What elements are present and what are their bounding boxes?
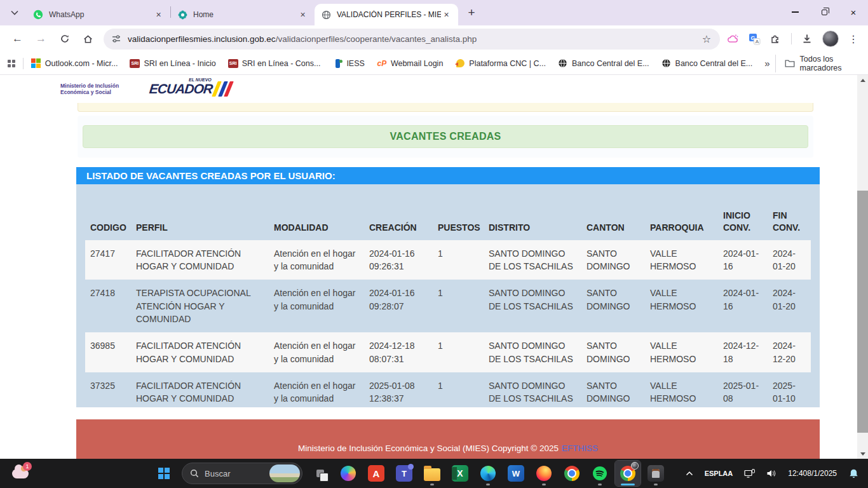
reload-button[interactable] — [55, 29, 74, 49]
scrollbar-down-arrow[interactable] — [857, 449, 868, 459]
cell-parroquia: VALLE HERMOSO — [645, 240, 718, 280]
tab-validacion-perfiles[interactable]: VALIDACIÓN PERFILES - MIES × — [315, 4, 458, 25]
microsoft-icon — [31, 58, 41, 69]
bookmark-sri-consultas[interactable]: SRI SRI en Línea - Cons... — [228, 58, 321, 69]
tab-whatsapp[interactable]: WhatsApp × — [27, 4, 170, 25]
bookmark-banco-central-1[interactable]: Banco Central del E... — [558, 58, 649, 69]
restore-button[interactable] — [810, 0, 839, 24]
extension-cloud-icon[interactable] — [726, 33, 739, 44]
taskbar-search[interactable]: Buscar — [182, 463, 302, 484]
chrome-button[interactable] — [559, 461, 585, 486]
copilot-button[interactable] — [336, 461, 361, 486]
spotify-button[interactable] — [587, 461, 613, 486]
file-explorer-button[interactable] — [419, 461, 445, 486]
address-bar[interactable]: validacionperfilesmies.inclusion.gob.ec/… — [104, 29, 720, 50]
clock-display[interactable]: 12:40 8/1/2025 — [784, 461, 841, 486]
pdf-app-button[interactable]: A — [363, 461, 389, 486]
word-button[interactable]: W — [503, 461, 529, 486]
chevron-up-icon — [686, 471, 693, 476]
apps-grid-icon[interactable] — [8, 60, 15, 67]
chrome-profile-badge — [631, 462, 639, 470]
windows-taskbar: 1 Buscar A T X W — [0, 459, 868, 488]
widgets-button[interactable]: 1 — [8, 462, 33, 485]
task-view-icon — [316, 470, 324, 477]
bookmark-outlook[interactable]: Outlook.com - Micr... — [31, 58, 118, 69]
network-icon — [744, 469, 755, 478]
bookmark-banco-central-2[interactable]: Banco Central del E... — [661, 58, 753, 69]
volume-button[interactable] — [763, 461, 780, 486]
cell-parroquia: VALLE HERMOSO — [645, 372, 718, 412]
footer-copyright: Ministerio de Inclusión Económica y Soci… — [298, 444, 559, 453]
search-highlight-image[interactable] — [269, 464, 300, 482]
start-button[interactable] — [151, 461, 177, 486]
globe-icon — [661, 58, 672, 69]
tab-close-icon[interactable]: × — [297, 10, 308, 20]
section-title-banner: VACANTES CREADAS — [83, 125, 808, 148]
close-button[interactable]: × — [839, 0, 868, 24]
tab-search-button[interactable] — [6, 4, 23, 21]
window-controls: × — [780, 0, 868, 25]
minimize-button[interactable] — [780, 0, 810, 24]
cell-canton: SANTO DOMINGO — [581, 372, 645, 412]
bookmark-star-icon[interactable]: ☆ — [701, 33, 712, 45]
edge-button[interactable] — [475, 461, 501, 486]
edge-icon — [480, 466, 496, 481]
file-explorer-icon — [424, 468, 440, 481]
language-indicator[interactable]: ESP LAA — [701, 461, 737, 486]
bookmarks-overflow-chevron[interactable]: » — [764, 58, 770, 69]
back-button[interactable]: ← — [8, 29, 27, 49]
bookmarks-separator — [23, 58, 24, 69]
active-app-indicator — [621, 484, 635, 485]
section-title: VACANTES CREADAS — [390, 131, 501, 142]
wallpaper-app-button[interactable] — [643, 461, 668, 486]
tab-close-icon[interactable]: × — [153, 10, 164, 20]
tab-close-icon[interactable]: × — [441, 10, 452, 20]
cell-codigo: 27417 — [85, 240, 131, 280]
forward-button[interactable]: → — [31, 29, 51, 49]
teams-button[interactable]: T — [391, 461, 417, 486]
toolbar-separator — [791, 33, 792, 44]
url-domain: validacionperfilesmies.inclusion.gob.ec — [128, 34, 276, 44]
bookmark-iess[interactable]: IESS — [332, 58, 365, 69]
downloads-icon[interactable] — [801, 33, 813, 44]
word-icon: W — [508, 465, 524, 482]
page-scrollbar[interactable] — [857, 75, 868, 459]
cell-modalidad: Atención en el hogar y la comunidad — [269, 372, 364, 412]
profile-avatar[interactable] — [822, 30, 839, 47]
bookmark-sri-inicio[interactable]: SRI SRI en Línea - Inicio — [130, 58, 215, 69]
chrome-active-button[interactable] — [615, 461, 641, 486]
svg-text:A: A — [756, 38, 759, 44]
mies-logo: Ministerio de Inclusión Económica y Soci… — [60, 83, 119, 95]
vacancies-table: CODIGO PERFIL MODALIDAD CREACIÓN PUESTOS… — [85, 193, 811, 412]
all-bookmarks-label: Todos los marcadores — [800, 55, 860, 72]
network-button[interactable] — [740, 461, 759, 486]
section-panel: VACANTES CREADAS — [78, 116, 813, 158]
extensions-puzzle-icon[interactable] — [770, 33, 782, 44]
all-bookmarks-button[interactable]: Todos los marcadores — [775, 55, 860, 72]
cell-creacion: 2024-01-16 09:26:31 — [364, 240, 433, 280]
task-view-button[interactable] — [308, 461, 333, 486]
tray-chevron-button[interactable] — [682, 461, 697, 486]
browser-toolbar: ← → validacionperfilesmies.inclusion.gob… — [0, 25, 868, 52]
cell-inicio-conv: 2024-01-16 — [718, 280, 768, 332]
translate-icon[interactable]: GA — [749, 33, 761, 45]
new-tab-button[interactable]: + — [463, 4, 480, 21]
firefox-button[interactable] — [531, 461, 557, 486]
cell-codigo: 36985 — [85, 332, 131, 372]
scrollbar-thumb[interactable] — [857, 191, 868, 433]
table-row: 37325 FACILITADOR ATENCIÓN HOGAR Y COMUN… — [85, 372, 811, 412]
bookmark-plataforma-cnc[interactable]: Plataforma CNC | C... — [455, 58, 546, 69]
site-info-icon[interactable] — [111, 34, 121, 44]
bookmark-label: Banco Central del E... — [572, 59, 649, 68]
excel-button[interactable]: X — [447, 461, 473, 486]
scrollbar-up-arrow[interactable] — [857, 75, 868, 85]
widget-notification-badge: 1 — [23, 462, 32, 471]
copilot-icon — [341, 466, 356, 481]
browser-menu-icon[interactable]: ⋮ — [848, 33, 858, 45]
col-inicio-conv: INICIO CONV. — [718, 193, 768, 240]
footer-link-efthiss[interactable]: EFTHISS — [562, 444, 598, 453]
home-button[interactable] — [78, 29, 98, 49]
bookmark-webmail[interactable]: cP Webmail Login — [377, 58, 443, 69]
notifications-button[interactable] — [844, 461, 863, 486]
tab-home[interactable]: Home × — [171, 4, 315, 25]
